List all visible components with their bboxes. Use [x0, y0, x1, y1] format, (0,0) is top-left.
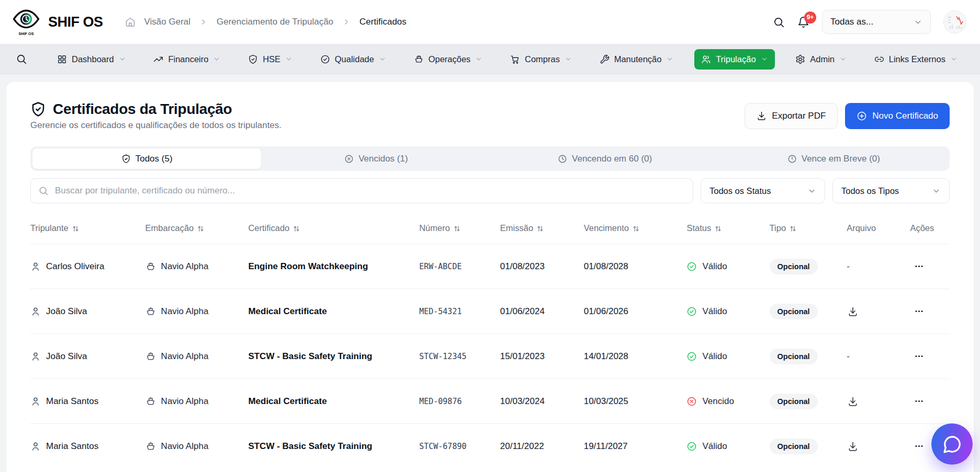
status-badge: Válido [686, 261, 765, 272]
tab-vence-em-breve[interactable]: Vence em Breve (0) [719, 148, 948, 169]
col-vencimento[interactable]: Vencimento [584, 215, 687, 244]
col-emissao[interactable]: Emissão [500, 215, 584, 244]
issue-date: 15/01/2023 [500, 334, 584, 379]
crew-name: Carlos Oliveira [46, 261, 104, 272]
download-file-button[interactable] [847, 440, 859, 453]
shield-check-icon [30, 101, 46, 117]
person-icon [30, 351, 41, 362]
row-actions-button[interactable] [913, 440, 925, 452]
tab-vencendo-60[interactable]: Vencendo em 60 (0) [491, 148, 719, 169]
main-nav: Dashboard Financeiro HSE Qualidade Opera… [0, 44, 980, 74]
person-icon [30, 306, 41, 317]
ellipsis-icon [914, 351, 924, 361]
home-icon[interactable] [125, 17, 136, 27]
nav-item-operacoes[interactable]: Operações [407, 49, 490, 70]
chevron-down-icon [932, 187, 941, 195]
search-input[interactable] [30, 178, 693, 203]
nav-item-compras[interactable]: Compras [503, 49, 579, 70]
nav-search-icon[interactable] [16, 53, 27, 65]
chevron-down-icon [761, 55, 768, 63]
nav-item-admin[interactable]: Admin [788, 49, 853, 70]
row-actions-button[interactable] [913, 305, 925, 317]
tab-todos[interactable]: Todos (5) [32, 148, 262, 169]
nav-item-hse[interactable]: HSE [241, 49, 299, 70]
brand[interactable]: SHIF OS SHIF OS [12, 7, 103, 37]
no-file-dash: - [847, 261, 850, 271]
new-certificate-button[interactable]: Novo Certificado [845, 103, 950, 129]
avatar[interactable] [943, 10, 966, 33]
certificate-number: ERW-ABCDE [419, 262, 461, 271]
certificate-number: STCW-12345 [419, 352, 466, 361]
expiry-date: 01/06/2026 [584, 289, 687, 334]
col-tripulante[interactable]: Tripulante [30, 215, 145, 244]
status-filter-select[interactable]: Todos os Status [701, 178, 825, 203]
download-file-button[interactable] [847, 305, 859, 318]
notifications-bell-icon[interactable]: 9+ [797, 16, 809, 28]
nav-item-manutencao[interactable]: Manutenção [593, 49, 681, 70]
status-badge: Vencido [686, 396, 765, 407]
search-icon[interactable] [773, 16, 785, 28]
export-pdf-button[interactable]: Exportar PDF [745, 103, 838, 129]
download-icon [848, 441, 858, 452]
ship-icon [414, 54, 424, 64]
chat-widget-button[interactable] [931, 423, 973, 465]
ellipsis-icon [914, 441, 924, 451]
alert-circle-icon [787, 154, 797, 164]
chevron-down-icon [950, 55, 958, 63]
col-embarcacao[interactable]: Embarcação [145, 215, 249, 244]
type-filter-select[interactable]: Todos os Tipos [832, 178, 950, 203]
nav-item-tripulacao[interactable]: Tripulação [694, 49, 774, 70]
vessel-name: Navio Alpha [161, 396, 209, 407]
nav-item-links-externos[interactable]: Links Externos [868, 49, 964, 70]
issue-date: 01/08/2023 [500, 244, 584, 289]
sort-icon [292, 225, 300, 233]
nav-item-financeiro[interactable]: Financeiro [147, 49, 227, 70]
col-acoes: Ações [910, 215, 950, 244]
certificate-number: MED-09876 [419, 397, 461, 406]
row-actions-button[interactable] [913, 350, 925, 362]
vessel-name: Navio Alpha [161, 306, 209, 317]
col-numero[interactable]: Número [419, 215, 500, 244]
issue-date: 20/11/2022 [500, 424, 584, 469]
org-selector[interactable]: Todas as... [822, 10, 931, 34]
filters-row: Todos os Status Todos os Tipos [30, 178, 950, 203]
issue-date: 01/06/2024 [500, 289, 584, 334]
check-circle-icon [686, 306, 697, 317]
chevron-down-icon [119, 55, 126, 63]
download-icon [757, 111, 767, 121]
breadcrumb-certificados: Certificados [359, 17, 407, 27]
vessel-name: Navio Alpha [161, 351, 209, 362]
row-actions-button[interactable] [913, 395, 925, 407]
col-status[interactable]: Status [686, 215, 769, 244]
type-badge: Opcional [770, 349, 818, 364]
col-certificado[interactable]: Certificado [248, 215, 419, 244]
certificate-number: STCW-67890 [419, 442, 466, 451]
vessel-name: Navio Alpha [161, 261, 209, 272]
x-circle-icon [344, 154, 354, 164]
certificate-name: Medical Certificate [248, 306, 326, 316]
col-tipo[interactable]: Tipo [770, 215, 847, 244]
grid-icon [57, 54, 67, 64]
nav-item-qualidade[interactable]: Qualidade [313, 49, 393, 70]
certificate-name: STCW - Basic Safety Training [248, 351, 372, 361]
search-icon [38, 186, 49, 196]
breadcrumb-gerenciamento[interactable]: Gerenciamento de Tripulação [217, 17, 333, 27]
expiry-date: 01/08/2028 [584, 244, 687, 289]
crew-name: João Silva [46, 351, 87, 362]
check-circle-icon [686, 261, 697, 272]
download-file-button[interactable] [847, 395, 859, 408]
page-subtitle: Gerencie os certificados e qualificações… [30, 120, 281, 131]
trending-up-icon [153, 54, 163, 64]
breadcrumb-visao-geral[interactable]: Visão Geral [144, 17, 191, 27]
nav-item-dashboard[interactable]: Dashboard [50, 49, 133, 70]
person-icon [30, 396, 41, 407]
chevron-down-icon [914, 18, 922, 27]
wrench-icon [600, 54, 610, 64]
tab-vencidos[interactable]: Vencidos (1) [262, 148, 490, 169]
sort-icon [714, 225, 722, 233]
certificate-name: Medical Certificate [248, 396, 326, 406]
expiry-date: 19/11/2027 [584, 424, 687, 469]
sort-icon [72, 225, 80, 233]
row-actions-button[interactable] [913, 260, 925, 272]
type-badge: Opcional [770, 439, 818, 454]
